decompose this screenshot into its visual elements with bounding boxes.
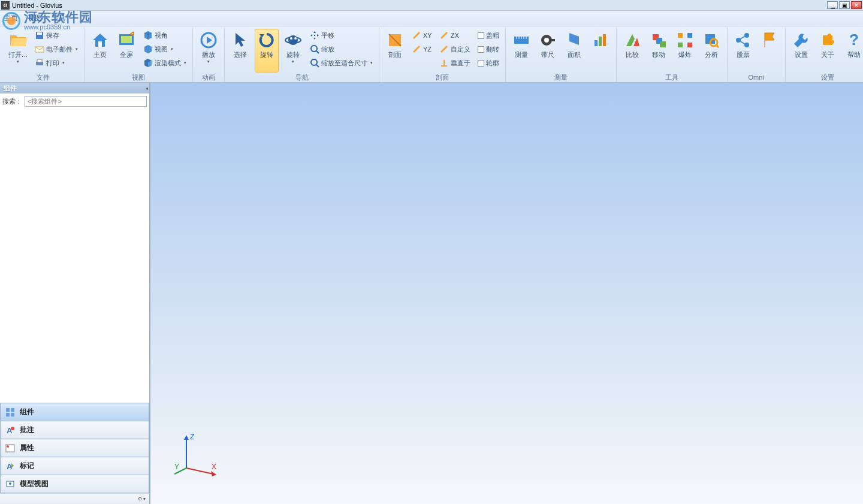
stock-button[interactable]: 股票 (731, 29, 755, 73)
wrench-icon (792, 31, 811, 50)
outline-checkbox[interactable]: 轮廓 (475, 56, 502, 70)
perpendicular-icon (439, 58, 449, 68)
svg-rect-25 (678, 33, 683, 38)
component-tree[interactable] (0, 109, 149, 403)
flag-icon (760, 31, 779, 50)
play-icon (199, 31, 218, 50)
menu-tools[interactable]: 工具 (52, 13, 66, 23)
viewport-3d[interactable]: Z X Y (150, 83, 863, 504)
menu-home[interactable]: 主页 (4, 13, 18, 23)
analyze-button[interactable]: 分析 (699, 29, 723, 73)
search-input[interactable] (25, 96, 147, 107)
explode-button[interactable]: 爆炸 (673, 29, 697, 73)
home-icon (90, 31, 110, 50)
zoom-button[interactable]: 缩放 (307, 43, 375, 56)
print-button[interactable]: 打印▾ (32, 56, 80, 70)
ribbon: 打开… ▾ 保存 电子邮件▾ 打印▾ 文件 主页 全屏 视角 视图▾ (0, 26, 863, 83)
ruler-button[interactable]: 带尺 (536, 29, 560, 73)
title-bar: G Untitled - Glovius ▁ ▣ ✕ (0, 0, 863, 11)
area-button[interactable]: 面积 (562, 29, 586, 73)
measure-button[interactable]: 测量 (509, 29, 533, 73)
yz-button[interactable]: YZ (409, 43, 434, 56)
svg-rect-7 (121, 36, 132, 43)
about-button[interactable]: 关于 (816, 29, 840, 73)
measure-extra-button[interactable] (589, 29, 612, 73)
views-button[interactable]: 视图▾ (141, 43, 189, 56)
save-button[interactable]: 保存 (32, 29, 80, 42)
maximize-button[interactable]: ▣ (839, 1, 850, 9)
folder-open-icon (8, 31, 28, 50)
explode-icon (675, 31, 695, 50)
menu-view[interactable]: 视图 (28, 13, 42, 23)
svg-point-44 (7, 445, 9, 448)
tab-markup[interactable]: A 标记 (0, 457, 149, 475)
chevron-left-icon[interactable]: ◂ (146, 86, 148, 91)
svg-point-13 (311, 46, 317, 52)
sidebar-footer[interactable]: ⚙ ▾ (0, 493, 149, 504)
compare-button[interactable]: 比较 (620, 29, 644, 73)
select-button[interactable]: 选择 (228, 29, 252, 73)
svg-rect-4 (37, 59, 42, 62)
svg-point-33 (744, 43, 749, 47)
svg-rect-26 (687, 33, 692, 38)
tab-annotations[interactable]: A 批注 (0, 421, 149, 439)
perpendicular-button[interactable]: 垂直于 (437, 56, 473, 70)
omni-extra-button[interactable] (758, 29, 781, 73)
zx-button[interactable]: ZX (437, 29, 473, 42)
open-button[interactable]: 打开… ▾ (6, 29, 30, 73)
group-file: 打开… ▾ 保存 电子邮件▾ 打印▾ 文件 (2, 28, 85, 82)
xy-button[interactable]: XY (409, 29, 434, 42)
area-icon (565, 31, 584, 50)
section-button[interactable]: 剖面 (383, 29, 407, 73)
home-button[interactable]: 主页 (88, 29, 112, 73)
move-button[interactable]: 移动 (647, 29, 671, 73)
svg-rect-1 (37, 32, 42, 35)
checkbox-icon (478, 60, 484, 67)
fit-button[interactable]: 缩放至适合尺寸▾ (307, 56, 375, 70)
svg-rect-28 (687, 43, 692, 47)
print-icon (35, 58, 44, 68)
svg-text:Y: Y (174, 463, 179, 471)
svg-rect-20 (599, 37, 602, 46)
help-button[interactable]: ? 帮助 (842, 29, 863, 73)
cap-checkbox[interactable]: 盖帽 (475, 29, 502, 42)
play-button[interactable]: 播放 ▾ (197, 29, 221, 73)
menu-bar: 主页 视图 工具 (0, 11, 863, 26)
tab-attributes[interactable]: 属性 (0, 439, 149, 457)
puzzle-icon (818, 31, 837, 50)
svg-point-32 (744, 33, 749, 38)
spin-button[interactable]: 旋转 ▾ (281, 29, 305, 73)
chart-icon (591, 31, 610, 50)
close-button[interactable]: ✕ (851, 1, 862, 9)
flip-checkbox[interactable]: 翻转 (475, 43, 502, 56)
save-icon (35, 31, 44, 40)
fullscreen-button[interactable]: 全屏 (114, 29, 138, 73)
group-settings: 设置 关于 ? 帮助 设置 (786, 28, 863, 82)
panel-header: 组件 (0, 83, 149, 93)
settings-button[interactable]: 设置 (789, 29, 813, 73)
email-button[interactable]: 电子邮件▾ (32, 43, 80, 56)
svg-rect-37 (6, 408, 10, 412)
checkbox-icon (478, 46, 484, 53)
share-icon (734, 31, 753, 50)
minimize-button[interactable]: ▁ (827, 1, 838, 9)
perspective-button[interactable]: 视角 (141, 29, 189, 42)
cursor-icon (231, 31, 250, 50)
modelview-icon (5, 479, 15, 489)
group-section: 剖面 XY YZ . ZX 自定义 垂直于 盖帽 翻转 轮廓 剖面 (379, 28, 506, 82)
help-icon: ? (844, 31, 863, 50)
tab-modelviews[interactable]: 模型视图 (0, 475, 149, 493)
rendermode-button[interactable]: 渲染模式▾ (141, 56, 189, 70)
tab-components[interactable]: 组件 (0, 403, 149, 421)
zoom-fit-icon (310, 58, 319, 68)
rotate-button[interactable]: 旋转 (255, 29, 279, 73)
plane-icon (439, 31, 449, 40)
email-icon (35, 44, 44, 54)
attributes-icon (5, 443, 15, 453)
svg-rect-5 (98, 41, 102, 47)
custom-section-button[interactable]: 自定义 (437, 43, 473, 56)
pan-button[interactable]: 平移 (307, 29, 375, 42)
pan-icon (310, 31, 319, 40)
svg-text:X: X (212, 463, 216, 471)
measure-icon (512, 31, 531, 50)
